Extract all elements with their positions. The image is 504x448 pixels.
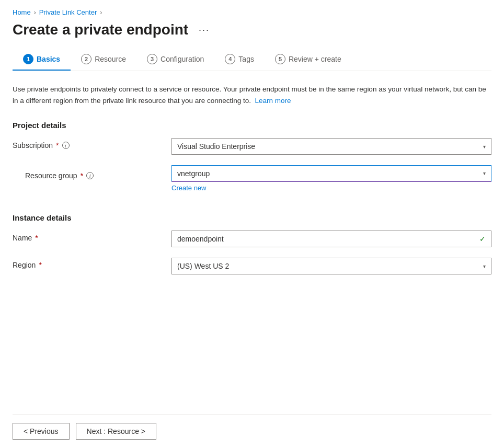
ellipsis-button[interactable]: ···	[194, 22, 214, 38]
tab-number-basics: 1	[23, 54, 33, 64]
page-header: Create a private endpoint ···	[13, 21, 491, 38]
subscription-dropdown[interactable]: Visual Studio Enterprise ▾	[171, 138, 491, 155]
name-check-icon: ✓	[479, 235, 486, 243]
tab-label-resource: Resource	[95, 55, 126, 63]
tab-label-tags: Tags	[238, 55, 254, 63]
tab-label-basics: Basics	[37, 55, 60, 63]
region-label: Region *	[13, 258, 159, 269]
subscription-chevron-icon: ▾	[483, 144, 486, 150]
resource-group-dropdown[interactable]: vnetgroup ▾	[171, 165, 491, 182]
footer: < Previous Next : Resource >	[13, 414, 491, 448]
resource-group-control: vnetgroup ▾ Create new	[171, 165, 491, 192]
breadcrumb: Home › Private Link Center ›	[13, 8, 491, 16]
tab-number-configuration: 3	[147, 54, 157, 64]
tab-review-create[interactable]: 5 Review + create	[265, 49, 352, 71]
learn-more-link[interactable]: Learn more	[255, 97, 291, 105]
tab-basics[interactable]: 1 Basics	[13, 49, 71, 71]
breadcrumb-private-link-center[interactable]: Private Link Center	[39, 8, 97, 16]
rg-info-icon[interactable]: i	[86, 172, 94, 179]
tab-label-configuration: Configuration	[161, 55, 204, 63]
region-value: (US) West US 2	[177, 262, 229, 270]
main-content: Use private endpoints to privately conne…	[13, 82, 491, 414]
resource-group-group: Resource group * i vnetgroup ▾ Create ne…	[13, 165, 491, 203]
tab-resource[interactable]: 2 Resource	[71, 49, 136, 71]
previous-button[interactable]: < Previous	[13, 423, 70, 440]
region-group: Region * (US) West US 2 ▾	[13, 258, 491, 274]
tab-number-resource: 2	[81, 54, 91, 64]
tab-number-tags: 4	[225, 54, 235, 64]
tab-configuration[interactable]: 3 Configuration	[136, 49, 214, 71]
name-group: Name * demoendpoint ✓	[13, 231, 491, 247]
breadcrumb-sep-2: ›	[100, 9, 102, 16]
subscription-info-icon[interactable]: i	[62, 142, 70, 149]
rg-required: *	[81, 171, 83, 180]
resource-group-label-area: Resource group * i	[13, 165, 159, 203]
instance-details-section: Instance details Name * demoendpoint ✓ R…	[13, 213, 491, 274]
info-banner-text: Use private endpoints to privately conne…	[13, 85, 486, 105]
region-chevron-icon: ▾	[483, 263, 486, 269]
tab-number-review-create: 5	[275, 54, 285, 64]
breadcrumb-home[interactable]: Home	[13, 8, 31, 16]
project-details-title: Project details	[13, 121, 491, 130]
tab-label-review-create: Review + create	[289, 55, 341, 63]
instance-details-title: Instance details	[13, 213, 491, 222]
next-button[interactable]: Next : Resource >	[76, 423, 156, 440]
resource-group-value: vnetgroup	[177, 169, 210, 178]
project-details-section: Project details Subscription * i Visual …	[13, 121, 491, 203]
name-control: demoendpoint ✓	[171, 231, 491, 247]
subscription-group: Subscription * i Visual Studio Enterpris…	[13, 138, 491, 155]
breadcrumb-sep-1: ›	[34, 9, 36, 16]
subscription-label: Subscription * i	[13, 138, 159, 150]
rg-chevron-icon: ▾	[483, 170, 486, 176]
region-control: (US) West US 2 ▾	[171, 258, 491, 274]
tab-tags[interactable]: 4 Tags	[214, 49, 265, 71]
region-dropdown[interactable]: (US) West US 2 ▾	[171, 258, 491, 274]
name-value: demoendpoint	[177, 235, 224, 243]
name-label: Name *	[13, 231, 159, 242]
subscription-control: Visual Studio Enterprise ▾	[171, 138, 491, 155]
subscription-required: *	[56, 141, 59, 150]
tabs-container: 1 Basics 2 Resource 3 Configuration 4 Ta…	[13, 49, 491, 71]
subscription-value: Visual Studio Enterprise	[177, 142, 255, 151]
name-input[interactable]: demoendpoint ✓	[171, 231, 491, 247]
create-new-link[interactable]: Create new	[171, 184, 491, 192]
name-required: *	[35, 234, 38, 242]
page-title: Create a private endpoint	[13, 21, 188, 38]
info-banner: Use private endpoints to privately conne…	[13, 82, 491, 108]
region-required: *	[39, 261, 41, 269]
